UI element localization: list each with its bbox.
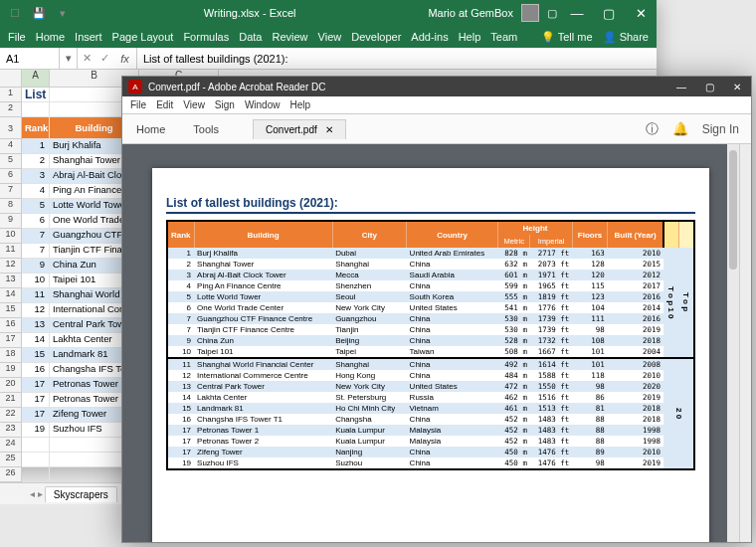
row-header[interactable]: 6: [0, 169, 22, 184]
scrollbar-thumb[interactable]: [729, 150, 737, 270]
row-header[interactable]: 5: [0, 154, 22, 169]
column-header[interactable]: A: [22, 70, 50, 87]
table-row[interactable]: 12: [22, 303, 50, 318]
name-box-dropdown[interactable]: ▾: [60, 48, 78, 69]
formula-input[interactable]: List of tallest buildings (2021):: [137, 53, 657, 65]
table-row[interactable]: 10: [22, 274, 50, 288]
ribbon-tab-team[interactable]: Team: [490, 31, 517, 43]
table-row[interactable]: 6: [22, 214, 50, 229]
table-row[interactable]: 17: [22, 393, 50, 408]
table-row[interactable]: 15: [22, 348, 50, 363]
row-header[interactable]: 20: [0, 378, 22, 393]
ribbon-tab-help[interactable]: Help: [459, 31, 481, 43]
acrobat-viewport[interactable]: List of tallest buildings (2021): RankBu…: [122, 144, 739, 542]
row-header[interactable]: 19: [0, 363, 22, 378]
row-header[interactable]: 24: [0, 438, 22, 453]
ribbon-tab-home[interactable]: Home: [36, 31, 65, 43]
row-header[interactable]: 14: [0, 288, 22, 303]
ribbon-tab-developer[interactable]: Developer: [351, 31, 401, 43]
menu-sign[interactable]: Sign: [215, 99, 235, 110]
row-header[interactable]: 3: [0, 117, 22, 139]
row-header[interactable]: 4: [0, 139, 22, 154]
table-row[interactable]: 14: [22, 333, 50, 348]
maximize-button[interactable]: ▢: [695, 82, 723, 92]
row-header[interactable]: 18: [0, 348, 22, 363]
row-header[interactable]: 22: [0, 408, 22, 423]
home-tab[interactable]: Home: [122, 114, 179, 143]
table-row[interactable]: 5: [22, 199, 50, 214]
ribbon-tab-formulas[interactable]: Formulas: [183, 31, 229, 43]
autosave-icon[interactable]: ☐: [6, 7, 24, 20]
title-cell[interactable]: List of tallest buildings (2021):: [22, 88, 50, 102]
table-header[interactable]: Rank: [22, 117, 50, 139]
acrobat-sidepanel[interactable]: [739, 144, 751, 542]
save-icon[interactable]: 💾: [30, 7, 48, 20]
maximize-button[interactable]: ▢: [597, 6, 621, 21]
ribbon-tab-add-ins[interactable]: Add-ins: [411, 31, 448, 43]
row-header[interactable]: 2: [0, 102, 22, 117]
table-row[interactable]: 11: [22, 288, 50, 303]
help-icon[interactable]: ⓘ: [646, 120, 659, 138]
fx-icon[interactable]: fx: [113, 48, 137, 69]
table-row[interactable]: 7: [22, 244, 50, 259]
table-row[interactable]: 17: [22, 378, 50, 393]
tell-me[interactable]: 💡 Tell me: [541, 31, 593, 44]
ribbon-tab-view[interactable]: View: [318, 31, 342, 43]
cell[interactable]: [22, 467, 50, 482]
close-button[interactable]: ✕: [629, 6, 653, 21]
menu-window[interactable]: Window: [245, 99, 281, 110]
row-header[interactable]: 16: [0, 318, 22, 333]
cell[interactable]: [22, 102, 50, 117]
menu-view[interactable]: View: [183, 99, 205, 110]
close-tab-icon[interactable]: ✕: [325, 124, 333, 135]
row-header[interactable]: 17: [0, 333, 22, 348]
document-tab[interactable]: Convert.pdf ✕: [253, 119, 346, 139]
cell[interactable]: [22, 453, 50, 467]
row-header[interactable]: 23: [0, 423, 22, 438]
row-header[interactable]: 11: [0, 244, 22, 259]
menu-edit[interactable]: Edit: [156, 99, 173, 110]
table-row[interactable]: 9: [22, 259, 50, 274]
row-header[interactable]: 7: [0, 184, 22, 199]
notification-icon[interactable]: 🔔: [672, 121, 688, 136]
table-row[interactable]: 7: [22, 229, 50, 244]
avatar[interactable]: [521, 4, 539, 22]
minimize-button[interactable]: —: [565, 6, 589, 21]
table-row[interactable]: 16: [22, 363, 50, 378]
share-button[interactable]: 👤 Share: [603, 31, 649, 44]
row-header[interactable]: 21: [0, 393, 22, 408]
ribbon-tab-insert[interactable]: Insert: [75, 31, 102, 43]
row-header[interactable]: 1: [0, 88, 22, 102]
row-header[interactable]: 9: [0, 214, 22, 229]
table-row[interactable]: 2: [22, 154, 50, 169]
table-row[interactable]: 17: [22, 408, 50, 423]
sheet-tab-active[interactable]: Skyscrapers: [45, 486, 117, 502]
row-header[interactable]: 13: [0, 274, 22, 288]
menu-help[interactable]: Help: [289, 99, 310, 110]
row-header[interactable]: 25: [0, 453, 22, 467]
cancel-icon[interactable]: ✕: [78, 52, 95, 65]
table-row[interactable]: 19: [22, 423, 50, 438]
tools-tab[interactable]: Tools: [179, 114, 233, 143]
ribbon-tab-page-layout[interactable]: Page Layout: [112, 31, 174, 43]
table-row[interactable]: 13: [22, 318, 50, 333]
minimize-button[interactable]: —: [667, 82, 695, 92]
ribbon-tab-data[interactable]: Data: [239, 31, 262, 43]
name-box[interactable]: A1: [0, 48, 60, 69]
select-all-corner[interactable]: [0, 70, 22, 88]
table-row[interactable]: 4: [22, 184, 50, 199]
dropdown-icon[interactable]: ▾: [54, 7, 72, 20]
cell[interactable]: [22, 438, 50, 453]
ribbon-tab-file[interactable]: File: [8, 31, 26, 43]
enter-icon[interactable]: ✓: [95, 52, 113, 65]
row-header[interactable]: 26: [0, 467, 22, 482]
row-header[interactable]: 8: [0, 199, 22, 214]
signin-button[interactable]: Sign In: [702, 122, 739, 136]
sheet-nav-icon[interactable]: ◂ ▸: [30, 488, 43, 499]
scrollbar[interactable]: [727, 144, 739, 542]
close-button[interactable]: ✕: [723, 82, 751, 92]
menu-file[interactable]: File: [130, 99, 146, 110]
ribbon-mode-icon[interactable]: ▢: [547, 7, 557, 20]
table-row[interactable]: 1: [22, 139, 50, 154]
row-header[interactable]: 12: [0, 259, 22, 274]
